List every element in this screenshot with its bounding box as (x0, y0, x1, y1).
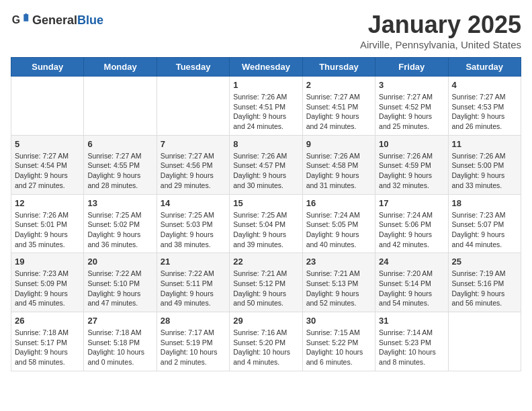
logo: G GeneralBlue (11, 11, 103, 30)
calendar-cell: 19Sunrise: 7:23 AMSunset: 5:09 PMDayligh… (11, 253, 84, 312)
calendar-cell: 20Sunrise: 7:22 AMSunset: 5:10 PMDayligh… (84, 253, 157, 312)
day-number: 3 (379, 80, 444, 90)
day-number: 29 (233, 316, 298, 326)
day-number: 2 (306, 80, 371, 90)
calendar-cell (448, 312, 521, 371)
cell-text: Sunrise: 7:17 AMSunset: 5:19 PMDaylight:… (161, 328, 226, 367)
calendar-cell: 17Sunrise: 7:24 AMSunset: 5:06 PMDayligh… (375, 194, 448, 253)
calendar-cell: 7Sunrise: 7:27 AMSunset: 4:56 PMDaylight… (157, 135, 229, 194)
cell-text: Sunrise: 7:18 AMSunset: 5:17 PMDaylight:… (15, 328, 80, 367)
weekday-header: Tuesday (157, 58, 229, 77)
cell-text: Sunrise: 7:27 AMSunset: 4:55 PMDaylight:… (87, 151, 152, 191)
cell-text: Sunrise: 7:27 AMSunset: 4:54 PMDaylight:… (15, 151, 80, 191)
day-number: 17 (379, 198, 444, 208)
cell-text: Sunrise: 7:21 AMSunset: 5:12 PMDaylight:… (233, 269, 298, 308)
calendar-cell: 13Sunrise: 7:25 AMSunset: 5:02 PMDayligh… (84, 194, 157, 253)
calendar-cell: 12Sunrise: 7:26 AMSunset: 5:01 PMDayligh… (11, 194, 84, 253)
day-number: 28 (161, 316, 226, 326)
day-number: 8 (233, 139, 298, 149)
calendar-cell: 22Sunrise: 7:21 AMSunset: 5:12 PMDayligh… (230, 253, 302, 312)
calendar-cell: 11Sunrise: 7:26 AMSunset: 5:00 PMDayligh… (448, 135, 521, 194)
title-area: January 2025 Airville, Pennsylvania, Uni… (360, 11, 521, 50)
calendar-cell: 10Sunrise: 7:26 AMSunset: 4:59 PMDayligh… (375, 135, 448, 194)
calendar-header-row: SundayMondayTuesdayWednesdayThursdayFrid… (11, 58, 521, 77)
calendar-cell: 29Sunrise: 7:16 AMSunset: 5:20 PMDayligh… (230, 312, 302, 371)
day-number: 24 (379, 257, 444, 267)
day-number: 7 (161, 139, 226, 149)
cell-text: Sunrise: 7:23 AMSunset: 5:07 PMDaylight:… (452, 210, 517, 250)
cell-text: Sunrise: 7:25 AMSunset: 5:03 PMDaylight:… (161, 210, 226, 250)
calendar-cell: 4Sunrise: 7:27 AMSunset: 4:53 PMDaylight… (448, 77, 521, 136)
cell-text: Sunrise: 7:19 AMSunset: 5:16 PMDaylight:… (452, 269, 517, 308)
logo-general: General (32, 13, 77, 27)
calendar-week-row: 5Sunrise: 7:27 AMSunset: 4:54 PMDaylight… (11, 135, 521, 194)
cell-text: Sunrise: 7:26 AMSunset: 5:00 PMDaylight:… (452, 151, 517, 191)
calendar-cell: 24Sunrise: 7:20 AMSunset: 5:14 PMDayligh… (375, 253, 448, 312)
weekday-header: Sunday (11, 58, 84, 77)
calendar-cell: 8Sunrise: 7:26 AMSunset: 4:57 PMDaylight… (230, 135, 302, 194)
day-number: 9 (306, 139, 371, 149)
day-number: 6 (87, 139, 152, 149)
day-number: 21 (161, 257, 226, 267)
day-number: 25 (452, 257, 517, 267)
cell-text: Sunrise: 7:14 AMSunset: 5:23 PMDaylight:… (379, 328, 444, 367)
calendar-cell (84, 77, 157, 136)
calendar-week-row: 1Sunrise: 7:26 AMSunset: 4:51 PMDaylight… (11, 77, 521, 136)
day-number: 31 (379, 316, 444, 326)
cell-text: Sunrise: 7:22 AMSunset: 5:10 PMDaylight:… (87, 269, 152, 308)
day-number: 18 (452, 198, 517, 208)
calendar-cell: 28Sunrise: 7:17 AMSunset: 5:19 PMDayligh… (157, 312, 229, 371)
cell-text: Sunrise: 7:27 AMSunset: 4:52 PMDaylight:… (379, 92, 444, 132)
logo-icon: G (11, 11, 30, 30)
cell-text: Sunrise: 7:20 AMSunset: 5:14 PMDaylight:… (379, 269, 444, 308)
calendar-cell: 26Sunrise: 7:18 AMSunset: 5:17 PMDayligh… (11, 312, 84, 371)
weekday-header: Friday (375, 58, 448, 77)
cell-text: Sunrise: 7:22 AMSunset: 5:11 PMDaylight:… (161, 269, 226, 308)
day-number: 27 (87, 316, 152, 326)
calendar-cell: 18Sunrise: 7:23 AMSunset: 5:07 PMDayligh… (448, 194, 521, 253)
svg-text:G: G (12, 14, 20, 26)
weekday-header: Wednesday (230, 58, 302, 77)
calendar-cell: 5Sunrise: 7:27 AMSunset: 4:54 PMDaylight… (11, 135, 84, 194)
cell-text: Sunrise: 7:24 AMSunset: 5:05 PMDaylight:… (306, 210, 371, 250)
cell-text: Sunrise: 7:15 AMSunset: 5:22 PMDaylight:… (306, 328, 371, 367)
calendar-cell (11, 77, 84, 136)
calendar-cell: 25Sunrise: 7:19 AMSunset: 5:16 PMDayligh… (448, 253, 521, 312)
month-title: January 2025 (360, 11, 521, 39)
day-number: 5 (15, 139, 80, 149)
calendar-table: SundayMondayTuesdayWednesdayThursdayFrid… (11, 57, 521, 371)
calendar-cell: 23Sunrise: 7:21 AMSunset: 5:13 PMDayligh… (302, 253, 375, 312)
cell-text: Sunrise: 7:26 AMSunset: 5:01 PMDaylight:… (15, 210, 80, 250)
day-number: 13 (87, 198, 152, 208)
day-number: 26 (15, 316, 80, 326)
day-number: 30 (306, 316, 371, 326)
calendar-cell (157, 77, 229, 136)
cell-text: Sunrise: 7:26 AMSunset: 4:51 PMDaylight:… (233, 92, 298, 132)
calendar-cell: 21Sunrise: 7:22 AMSunset: 5:11 PMDayligh… (157, 253, 229, 312)
calendar-cell: 2Sunrise: 7:27 AMSunset: 4:51 PMDaylight… (302, 77, 375, 136)
day-number: 12 (15, 198, 80, 208)
cell-text: Sunrise: 7:25 AMSunset: 5:02 PMDaylight:… (87, 210, 152, 250)
calendar-week-row: 26Sunrise: 7:18 AMSunset: 5:17 PMDayligh… (11, 312, 521, 371)
calendar-cell: 3Sunrise: 7:27 AMSunset: 4:52 PMDaylight… (375, 77, 448, 136)
calendar-cell: 31Sunrise: 7:14 AMSunset: 5:23 PMDayligh… (375, 312, 448, 371)
calendar-cell: 27Sunrise: 7:18 AMSunset: 5:18 PMDayligh… (84, 312, 157, 371)
location-title: Airville, Pennsylvania, United States (360, 39, 521, 50)
calendar-cell: 15Sunrise: 7:25 AMSunset: 5:04 PMDayligh… (230, 194, 302, 253)
day-number: 14 (161, 198, 226, 208)
cell-text: Sunrise: 7:21 AMSunset: 5:13 PMDaylight:… (306, 269, 371, 308)
cell-text: Sunrise: 7:27 AMSunset: 4:51 PMDaylight:… (306, 92, 371, 132)
calendar-week-row: 12Sunrise: 7:26 AMSunset: 5:01 PMDayligh… (11, 194, 521, 253)
cell-text: Sunrise: 7:23 AMSunset: 5:09 PMDaylight:… (15, 269, 80, 308)
day-number: 1 (233, 80, 298, 90)
day-number: 16 (306, 198, 371, 208)
day-number: 23 (306, 257, 371, 267)
cell-text: Sunrise: 7:27 AMSunset: 4:56 PMDaylight:… (161, 151, 226, 191)
calendar-cell: 6Sunrise: 7:27 AMSunset: 4:55 PMDaylight… (84, 135, 157, 194)
day-number: 10 (379, 139, 444, 149)
day-number: 20 (87, 257, 152, 267)
day-number: 15 (233, 198, 298, 208)
weekday-header: Thursday (302, 58, 375, 77)
page-header: G GeneralBlue January 2025 Airville, Pen… (11, 11, 521, 50)
day-number: 4 (452, 80, 517, 90)
